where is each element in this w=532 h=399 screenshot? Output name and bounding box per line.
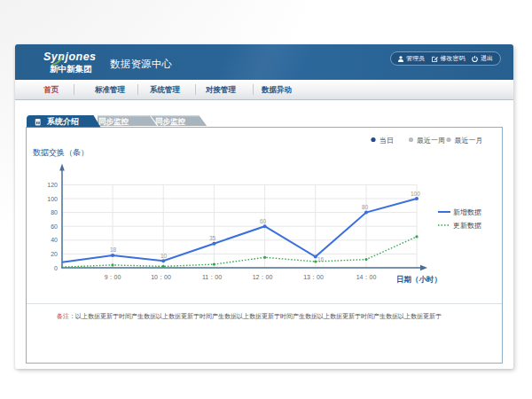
svg-text:20: 20 — [51, 251, 58, 257]
svg-text:9：00: 9：00 — [105, 274, 121, 280]
svg-text:120: 120 — [47, 182, 58, 188]
svg-text:10：00: 10：00 — [151, 274, 171, 280]
svg-text:最近一月: 最近一月 — [455, 137, 483, 145]
svg-text:16: 16 — [317, 256, 325, 262]
svg-text:11：00: 11：00 — [202, 274, 222, 280]
svg-text:35: 35 — [209, 235, 216, 241]
svg-text:同步监控: 同步监控 — [155, 117, 186, 126]
svg-text:当日: 当日 — [379, 137, 394, 145]
svg-text:日期（小时）: 日期（小时） — [396, 275, 442, 284]
svg-text:60: 60 — [260, 218, 267, 224]
svg-text:更新数据: 更新数据 — [453, 222, 481, 230]
svg-text:100: 100 — [47, 196, 58, 202]
svg-text:80: 80 — [362, 204, 369, 210]
svg-text:0: 0 — [54, 265, 58, 271]
svg-text:14：00: 14：00 — [356, 274, 377, 280]
svg-text:10: 10 — [160, 253, 168, 259]
svg-text:12：00: 12：00 — [253, 274, 273, 280]
svg-text:100: 100 — [411, 191, 420, 197]
svg-text:40: 40 — [51, 237, 58, 243]
svg-text:新增数据: 新增数据 — [453, 208, 481, 216]
svg-text:13：00: 13：00 — [303, 274, 324, 280]
svg-text:18: 18 — [110, 246, 117, 253]
svg-text:同步监控: 同步监控 — [98, 117, 129, 126]
svg-text:数据交换（条）: 数据交换（条） — [33, 148, 89, 157]
svg-text:80: 80 — [51, 209, 58, 215]
svg-text:60: 60 — [51, 223, 58, 230]
svg-text:系统介绍: 系统介绍 — [46, 117, 79, 126]
svg-text:最近一周: 最近一周 — [417, 137, 445, 145]
